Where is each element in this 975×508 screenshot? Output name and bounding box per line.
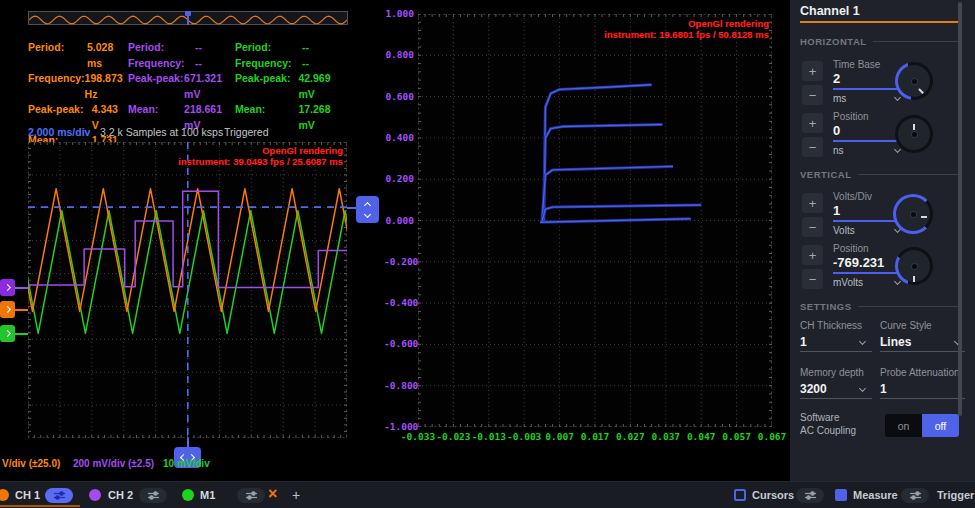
ch2-tab[interactable]: CH 2 — [108, 489, 133, 501]
xy-x-tick-label: -0.033 — [401, 431, 435, 442]
voltsdiv-unit-select[interactable]: Volts — [833, 225, 855, 236]
probe-attenuation-label: Probe Attenuation — [880, 367, 960, 378]
measurements-m1: Period:-- Frequency:-- Peak-peak:42.969 … — [235, 40, 347, 133]
voltsdiv-value[interactable]: 1 — [833, 203, 840, 218]
m1-color-dot — [182, 489, 194, 501]
vposition-increment-button[interactable]: + — [802, 245, 823, 265]
hposition-unit-select[interactable]: ns — [833, 145, 844, 156]
timebase-value[interactable]: 2 — [833, 71, 840, 86]
close-math-button[interactable]: × — [268, 485, 277, 503]
meas-value: 42.969 mV — [298, 71, 347, 102]
ac-coupling-label-line2: AC Coupling — [800, 425, 856, 436]
ch1-offset-connector — [14, 309, 28, 311]
ch1-settings-button[interactable] — [45, 488, 73, 503]
panel-scrollbar[interactable] — [958, 2, 962, 416]
measure-checkbox[interactable] — [835, 489, 847, 501]
timebase-knob[interactable] — [895, 62, 933, 100]
active-tab-underline — [0, 505, 80, 507]
xy-x-tick-label: 0.017 — [581, 431, 610, 442]
timebase-decrement-button[interactable]: − — [802, 85, 823, 105]
hposition-underline — [833, 140, 905, 142]
voltsdiv-label: Volts/Div — [833, 191, 872, 202]
trigger-label[interactable]: Trigger — [937, 489, 974, 501]
m1-tab[interactable]: M1 — [200, 489, 215, 501]
sliders-icon — [804, 491, 817, 500]
vposition-knob[interactable] — [895, 247, 933, 285]
vposition-decrement-button[interactable]: − — [802, 269, 823, 289]
channel-settings-panel: Channel 1 HORIZONTAL + − Time Base 2 ms … — [790, 0, 975, 481]
ch-thickness-select[interactable]: 1 — [800, 335, 807, 349]
voltsdiv-increment-button[interactable]: + — [802, 193, 823, 213]
xy-y-tick-label: 0.600 — [384, 91, 414, 102]
sliders-icon — [147, 491, 160, 500]
ch1-vdiv-label: V/div (±25.0) — [2, 458, 60, 469]
ch2-vdiv-label: 200 mV/div (±2.5) — [73, 458, 154, 469]
xy-y-tick-label: -0.200 — [384, 256, 414, 267]
math-offset-handle[interactable] — [0, 325, 15, 342]
curve-style-select[interactable]: Lines — [880, 335, 911, 349]
chevron-right-icon — [4, 306, 11, 313]
ac-coupling-on-button[interactable]: on — [885, 414, 922, 437]
preview-trigger-flag — [185, 11, 191, 16]
m1-settings-button[interactable] — [237, 488, 265, 503]
horizontal-section-heading: HORIZONTAL — [800, 36, 958, 47]
meas-value: 671.321 mV — [184, 71, 232, 102]
timebase-unit-select[interactable]: ms — [833, 93, 846, 104]
xy-plot[interactable]: OpenGl rendering instrument: 19.6801 fps… — [418, 14, 772, 427]
memory-depth-label: Memory depth — [800, 367, 864, 378]
trigger-level-connector — [347, 207, 356, 209]
ch2-offset-connector — [14, 287, 28, 289]
ch1-tab[interactable]: CH 1 — [15, 489, 40, 501]
measure-settings-button[interactable] — [901, 488, 929, 503]
vposition-value[interactable]: -769.231 — [833, 255, 884, 270]
ac-coupling-label-line1: Software — [800, 412, 839, 423]
timebase-readout[interactable]: 2.000 ms/div — [28, 126, 90, 138]
ch1-offset-handle[interactable] — [0, 301, 15, 318]
xy-x-tick-label: -0.003 — [507, 431, 541, 442]
chevron-down-icon[interactable] — [859, 385, 866, 392]
math-offset-connector — [14, 333, 28, 335]
settings-section-heading: SETTINGS — [800, 301, 958, 312]
hposition-decrement-button[interactable]: − — [802, 137, 823, 157]
xy-x-tick-label: -0.023 — [436, 431, 470, 442]
xy-x-tick-label: -0.013 — [472, 431, 506, 442]
meas-value: 198.873 Hz — [85, 71, 126, 102]
meas-value: 5.028 ms — [87, 40, 126, 71]
probe-attenuation-input[interactable]: 1 — [880, 382, 887, 396]
ch2-settings-button[interactable] — [139, 488, 167, 503]
voltsdiv-knob[interactable] — [893, 194, 933, 234]
ch2-color-dot — [89, 489, 101, 501]
xy-y-tick-label: -0.400 — [384, 297, 414, 308]
meas-label: Frequency: — [235, 56, 302, 72]
scope-plot[interactable]: OpenGl rendering instrument: 39.0493 fps… — [28, 142, 347, 438]
meas-label: Frequency: — [128, 56, 195, 72]
vposition-unit-select[interactable]: mVolts — [833, 277, 863, 288]
ac-coupling-off-button[interactable]: off — [922, 414, 959, 437]
hposition-increment-button[interactable]: + — [802, 113, 823, 133]
xy-render-stats: OpenGl rendering instrument: 19.6801 fps… — [559, 18, 769, 40]
xy-y-tick-label: 0.800 — [384, 49, 414, 60]
chevron-down-icon[interactable] — [894, 94, 901, 101]
voltsdiv-decrement-button[interactable]: − — [802, 217, 823, 237]
memory-depth-select[interactable]: 3200 — [800, 382, 827, 396]
timebase-increment-button[interactable]: + — [802, 61, 823, 81]
cursors-checkbox[interactable] — [734, 489, 746, 501]
sliders-icon — [909, 491, 922, 500]
hposition-value[interactable]: 0 — [833, 123, 840, 138]
meas-label: Peak-peak: — [128, 71, 184, 102]
hposition-knob[interactable] — [895, 115, 933, 153]
chevron-down-icon[interactable] — [859, 338, 866, 345]
waveform-preview-strip[interactable] — [28, 11, 348, 25]
ac-coupling-toggle[interactable]: on off — [885, 414, 959, 437]
ch2-offset-handle[interactable] — [0, 279, 15, 296]
cursors-label[interactable]: Cursors — [752, 489, 794, 501]
curve-style-underline — [880, 351, 965, 352]
cursors-settings-button[interactable] — [796, 488, 824, 503]
measure-label[interactable]: Measure — [853, 489, 898, 501]
chevron-right-icon — [4, 330, 11, 337]
xy-x-tick-label: 0.067 — [758, 431, 787, 442]
xy-x-tick-label: 0.027 — [616, 431, 645, 442]
timebase-label: Time Base — [833, 59, 880, 70]
add-channel-button[interactable]: + — [292, 487, 300, 503]
trigger-level-handle[interactable] — [356, 196, 379, 223]
